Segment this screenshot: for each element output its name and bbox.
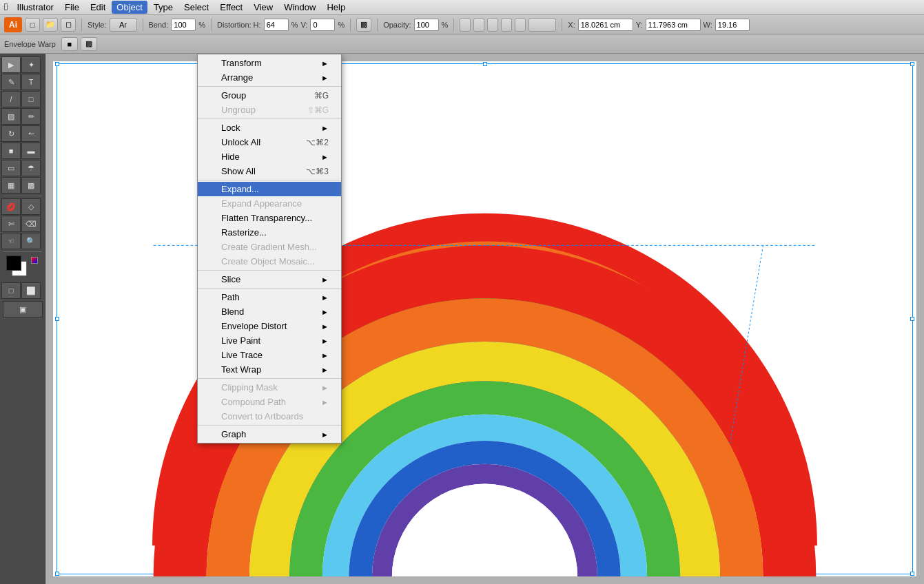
warp-tool[interactable]: ■ bbox=[1, 143, 21, 159]
menu-item-flatten[interactable]: Flatten Transparency... bbox=[198, 211, 341, 225]
menu-item-expand[interactable]: Expand... bbox=[198, 182, 341, 196]
tool-row-3: / □ bbox=[1, 91, 43, 107]
width-tool[interactable]: ▬ bbox=[21, 143, 41, 159]
menu-item-live-trace[interactable]: Live Trace ► bbox=[198, 348, 341, 362]
paintbrush-tool[interactable]: ▧ bbox=[1, 108, 21, 125]
ungroup-shortcut: ⇧⌘G bbox=[307, 105, 329, 115]
menubar-object[interactable]: Object bbox=[112, 1, 147, 14]
graph-arrow: ► bbox=[321, 430, 329, 439]
fg-color-box[interactable] bbox=[6, 255, 21, 271]
presentation-mode-btn[interactable]: ▣ bbox=[3, 301, 43, 317]
extra2-btn[interactable] bbox=[473, 18, 484, 32]
quality-btn[interactable]: ▩ bbox=[356, 18, 371, 32]
menu-section-2: Group ⌘G Ungroup ⇧⌘G bbox=[198, 87, 341, 119]
menu-item-transform[interactable]: Transform ► bbox=[198, 56, 341, 70]
menu-item-slice[interactable]: Slice ► bbox=[198, 272, 341, 286]
menu-item-group[interactable]: Group ⌘G bbox=[198, 88, 341, 103]
menu-item-gradient-mesh[interactable]: Create Gradient Mesh... bbox=[198, 240, 341, 254]
w-input[interactable] bbox=[715, 19, 750, 31]
direct-select-tool[interactable]: ✦ bbox=[21, 56, 41, 73]
pencil-tool[interactable]: ✏ bbox=[21, 108, 41, 125]
column-graph-tool[interactable]: ▦ bbox=[1, 177, 21, 194]
symbol-tool[interactable]: ☂ bbox=[21, 160, 41, 176]
menubar-effect[interactable]: Effect bbox=[215, 1, 247, 14]
full-screen-btn[interactable]: ⬜ bbox=[21, 282, 41, 299]
menu-item-hide[interactable]: Hide ► bbox=[198, 149, 341, 164]
mesh-tool[interactable]: ▩ bbox=[21, 177, 41, 194]
second-tb-btn1[interactable]: ■ bbox=[61, 37, 78, 51]
rotate-tool[interactable]: ↻ bbox=[1, 125, 21, 142]
style-label: Style: bbox=[88, 21, 107, 29]
extra3-btn[interactable] bbox=[487, 18, 498, 32]
x-input[interactable] bbox=[578, 19, 633, 31]
menubar-select[interactable]: Select bbox=[179, 1, 214, 14]
menu-item-clipping-mask[interactable]: Clipping Mask ► bbox=[198, 380, 341, 395]
group-label: Group bbox=[221, 90, 246, 101]
menu-item-object-mosaic[interactable]: Create Object Mosaic... bbox=[198, 254, 341, 269]
unlock-shortcut: ⌥⌘2 bbox=[306, 138, 329, 147]
menubar-help[interactable]: Help bbox=[322, 1, 350, 14]
type-tool[interactable]: T bbox=[21, 74, 41, 90]
hand-tool[interactable]: ☜ bbox=[1, 233, 21, 249]
extra5-btn[interactable] bbox=[515, 18, 526, 32]
extra1-btn[interactable] bbox=[460, 18, 471, 32]
menu-item-arrange[interactable]: Arrange ► bbox=[198, 70, 341, 85]
distortion-h-input[interactable] bbox=[264, 19, 289, 31]
normal-screen-btn[interactable]: □ bbox=[1, 282, 21, 299]
blend-input[interactable] bbox=[171, 19, 196, 31]
second-tb-btn2[interactable]: ▩ bbox=[81, 37, 97, 51]
opacity-input[interactable] bbox=[414, 19, 439, 31]
compound-path-label: Compound Path bbox=[221, 397, 286, 407]
pen-tool[interactable]: ✎ bbox=[1, 74, 21, 90]
menu-item-graph[interactable]: Graph ► bbox=[198, 427, 341, 441]
extra4-btn[interactable] bbox=[501, 18, 512, 32]
new-doc-btn[interactable]: □ bbox=[25, 18, 40, 32]
rect-tool[interactable]: □ bbox=[21, 91, 41, 107]
menubar-file[interactable]: File bbox=[60, 1, 84, 14]
menu-item-text-wrap[interactable]: Text Wrap ► bbox=[198, 362, 341, 377]
eyedropper-tool[interactable]: 💋 bbox=[1, 198, 21, 215]
style-preview[interactable]: Ar bbox=[110, 18, 137, 32]
selection-tool[interactable]: ▶ bbox=[1, 56, 21, 73]
open-btn[interactable]: 📁 bbox=[43, 18, 58, 32]
tools-panel: ▶ ✦ ✎ T / □ ▧ ✏ ↻ ↼ ■ ▬ ▭ ☂ ▦ ▩ bbox=[0, 54, 45, 584]
menubar-edit[interactable]: Edit bbox=[85, 1, 110, 14]
menu-item-rasterize[interactable]: Rasterize... bbox=[198, 225, 341, 240]
handle-tl[interactable] bbox=[55, 62, 59, 66]
menu-item-expand-appearance[interactable]: Expand Appearance bbox=[198, 196, 341, 211]
menubar-view[interactable]: View bbox=[249, 1, 278, 14]
eraser-tool[interactable]: ⌫ bbox=[21, 216, 41, 232]
menu-item-convert-artboards[interactable]: Convert to Artboards bbox=[198, 409, 341, 424]
menubar-illustrator[interactable]: Illustrator bbox=[12, 1, 58, 14]
handle-tr[interactable] bbox=[910, 62, 914, 66]
menu-item-ungroup[interactable]: Ungroup ⇧⌘G bbox=[198, 103, 341, 117]
menu-item-compound-path[interactable]: Compound Path ► bbox=[198, 395, 341, 409]
live-trace-label: Live Trace bbox=[221, 350, 263, 360]
line-tool[interactable]: / bbox=[1, 91, 21, 107]
zoom-tool[interactable]: 🔍 bbox=[21, 233, 41, 249]
color-reset-icon[interactable] bbox=[31, 257, 38, 264]
mosaic-label: Create Object Mosaic... bbox=[221, 256, 315, 267]
object-menu: Transform ► Arrange ► Group ⌘G bbox=[197, 54, 342, 444]
menu-item-blend[interactable]: Blend ► bbox=[198, 304, 341, 319]
menu-item-envelope-distort[interactable]: Envelope Distort ► bbox=[198, 319, 341, 333]
menubar-window[interactable]: Window bbox=[279, 1, 320, 14]
y-input[interactable] bbox=[646, 19, 701, 31]
blend-tool[interactable]: ◇ bbox=[21, 198, 41, 215]
extra6-btn[interactable] bbox=[528, 18, 556, 32]
scissors-tool[interactable]: ✄ bbox=[1, 216, 21, 232]
w-label: W: bbox=[704, 21, 712, 29]
handle-tm[interactable] bbox=[483, 62, 487, 66]
menu-item-lock[interactable]: Lock ► bbox=[198, 121, 341, 135]
menu-item-show-all[interactable]: Show All ⌥⌘3 bbox=[198, 164, 341, 178]
apple-logo-icon[interactable]:  bbox=[4, 1, 8, 12]
menu-item-path[interactable]: Path ► bbox=[198, 290, 341, 304]
arrange-btn[interactable]: ◻ bbox=[61, 18, 76, 32]
scale-tool[interactable]: ↼ bbox=[21, 125, 41, 142]
group-shortcut: ⌘G bbox=[314, 91, 329, 101]
free-transform-tool[interactable]: ▭ bbox=[1, 160, 21, 176]
menu-item-unlock-all[interactable]: Unlock All ⌥⌘2 bbox=[198, 135, 341, 149]
menu-item-live-paint[interactable]: Live Paint ► bbox=[198, 333, 341, 348]
menubar-type[interactable]: Type bbox=[149, 1, 178, 14]
v-input[interactable] bbox=[310, 19, 335, 31]
